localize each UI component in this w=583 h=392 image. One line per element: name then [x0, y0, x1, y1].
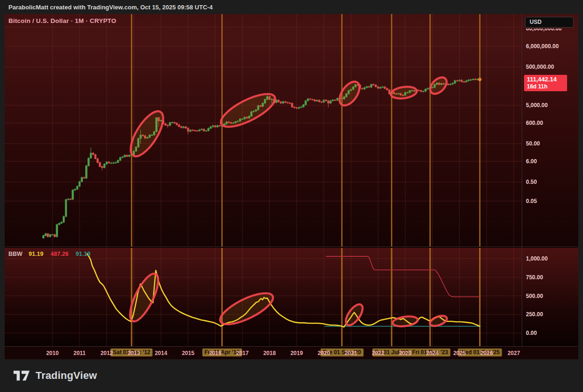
- time-axis[interactable]: Sat 01 Dec '12Fri 01 Apr '16Tue 01 Sep '…: [5, 346, 578, 359]
- bbw-tick-label: 0.00: [526, 330, 537, 336]
- year-label: 2016: [209, 347, 222, 360]
- candle-body: [296, 108, 297, 108]
- candle-body: [212, 126, 213, 127]
- candle-body: [47, 234, 49, 237]
- year-label: 2026: [481, 347, 493, 360]
- bar-countdown: 16d 11h: [527, 83, 564, 90]
- bbw-red-line: [326, 256, 481, 297]
- candle-body: [373, 84, 374, 85]
- ellipse-annotation: [217, 87, 279, 133]
- bbw-legend: BBW 91.19 487.26 91.19: [8, 251, 96, 257]
- price-pane[interactable]: Bitcoin / U.S. Dollar · 1M · CRYPTO: [5, 14, 522, 247]
- indicator-name: BBW: [8, 251, 22, 257]
- bbw-tick-label: 250.00: [526, 311, 543, 318]
- bottom-bar: TradingView: [0, 359, 583, 392]
- price-axis-column[interactable]: USD 111,442.14 16d 11h 60,000,000.006,00…: [522, 14, 578, 359]
- tradingview-logo-icon: [13, 370, 31, 382]
- last-price-badge[interactable]: 111,442.14 16d 11h: [524, 75, 567, 91]
- candle-body: [67, 199, 69, 199]
- currency-button[interactable]: USD: [525, 17, 574, 28]
- candle-body: [99, 163, 101, 167]
- tradingview-logo[interactable]: TradingView: [13, 370, 97, 382]
- ellipse-annotation: [343, 302, 365, 328]
- candle-body: [309, 99, 311, 99]
- candle-body: [185, 127, 186, 128]
- candle-body: [300, 107, 302, 108]
- candle-body: [375, 85, 376, 87]
- candle-body: [474, 79, 476, 80]
- candle-body: [425, 89, 426, 91]
- candle-body: [447, 84, 449, 85]
- candle-body: [305, 101, 306, 104]
- price-tick-label: 0.50: [526, 179, 537, 185]
- year-label: 2017: [236, 347, 249, 360]
- price-chart-canvas: [5, 14, 522, 247]
- candle-body: [454, 80, 456, 83]
- candle-body: [420, 91, 422, 92]
- candle-body: [470, 80, 471, 80]
- ellipse-annotation: [216, 287, 277, 330]
- candle-body: [205, 131, 207, 131]
- bbw-pane[interactable]: BBW 91.19 487.26 91.19: [5, 248, 522, 346]
- price-tick-label-clipped: 60,000,000.00: [526, 29, 562, 32]
- candle-body: [303, 105, 304, 107]
- candle-body: [298, 108, 299, 109]
- candle-body: [293, 107, 295, 108]
- candle-body: [332, 100, 334, 101]
- ellipse-annotation: [335, 78, 363, 109]
- candle-body: [115, 162, 117, 163]
- ellipse-annotation: [392, 315, 418, 327]
- candle-body: [386, 88, 388, 90]
- price-tick-label: 6,000,000.00: [526, 43, 559, 50]
- candle-body: [183, 127, 184, 128]
- last-price-dot: [478, 78, 481, 81]
- candle-body: [167, 125, 168, 126]
- candle-body: [203, 129, 204, 131]
- candle-body: [169, 123, 171, 125]
- candle-body: [334, 100, 335, 101]
- price-tick-label: 0.05: [526, 198, 537, 204]
- candle-body: [43, 236, 44, 238]
- credit-text: ParabolicMatt created with TradingView.c…: [8, 4, 212, 11]
- candle-body: [88, 158, 89, 166]
- ellipse-annotation: [429, 314, 448, 328]
- candle-body: [198, 130, 200, 131]
- candle-body: [171, 123, 173, 123]
- candle-body: [58, 223, 60, 225]
- candle-body: [108, 162, 109, 163]
- candle-body: [452, 83, 453, 84]
- candle-body: [124, 155, 125, 157]
- ellipse-annotation: [390, 85, 418, 100]
- candle-body: [165, 123, 166, 125]
- candle-body: [328, 101, 329, 103]
- year-label: 2015: [182, 347, 195, 360]
- candle-body: [219, 125, 220, 126]
- candle-body: [377, 87, 379, 88]
- candle-body: [423, 91, 424, 92]
- candle-body: [106, 162, 107, 164]
- year-label: 2018: [263, 347, 276, 360]
- candle-body: [103, 164, 105, 168]
- candle-body: [86, 166, 87, 178]
- year-label: 2019: [291, 347, 303, 360]
- candle-body: [477, 79, 478, 80]
- candle-body: [466, 81, 467, 82]
- candle-body: [361, 88, 363, 89]
- candle-body: [208, 128, 209, 131]
- candle-body: [368, 87, 370, 87]
- bbw-chart-canvas: [5, 248, 522, 346]
- candle-body: [325, 100, 327, 101]
- candle-body: [113, 163, 114, 163]
- year-label: 2023: [399, 347, 412, 360]
- candle-body: [323, 100, 324, 102]
- candle-body: [51, 235, 53, 235]
- candle-body: [292, 103, 293, 107]
- candle-body: [287, 102, 288, 103]
- indicator-value-yellow: 91.19: [29, 251, 43, 257]
- candle-body: [65, 200, 66, 217]
- candle-body: [284, 102, 286, 102]
- candle-body: [459, 80, 460, 81]
- candle-body: [90, 153, 91, 158]
- tradingview-screenshot: ParabolicMatt created with TradingView.c…: [0, 0, 583, 392]
- candle-body: [79, 181, 80, 186]
